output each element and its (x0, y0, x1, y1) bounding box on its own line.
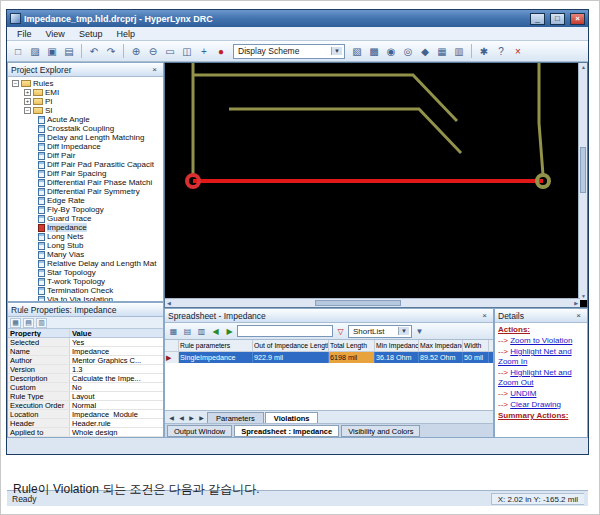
tree-item-rules-root[interactable]: −Rules (9, 79, 162, 88)
dim-icon[interactable]: ◎ (400, 43, 416, 59)
close-icon[interactable]: × (479, 310, 490, 321)
back-icon[interactable]: ◀ (209, 325, 222, 338)
open-icon[interactable]: ▨ (27, 43, 43, 59)
maximize-button[interactable]: □ (550, 13, 565, 25)
tree-item-rule[interactable]: Edge Rate (9, 196, 162, 205)
property-row[interactable]: Version1.3 (8, 365, 163, 374)
tree-item-rule[interactable]: Many Vias (9, 250, 162, 259)
tree-item-rule[interactable]: Relative Delay and Length Mat (9, 259, 162, 268)
expander-icon[interactable]: − (24, 107, 31, 114)
scroll-thumb[interactable] (580, 147, 586, 193)
property-row[interactable]: Rule TypeLayout (8, 392, 163, 401)
tree-item-si[interactable]: −SI (9, 106, 162, 115)
zoom-window-icon[interactable]: ▭ (162, 43, 178, 59)
tree-item-rule[interactable]: Crosstalk Coupling (9, 124, 162, 133)
tree-item-rule[interactable]: Delay and Length Matching (9, 133, 162, 142)
action-link[interactable]: Zoom to Violation (510, 336, 572, 345)
property-row[interactable]: Applied toWhole design (8, 428, 163, 437)
expander-icon[interactable]: + (24, 89, 31, 96)
action-highlight-zoom-in[interactable]: --> Highlight Net and Zoom In (498, 347, 584, 367)
highlight-icon[interactable]: ◉ (383, 43, 399, 59)
action-link[interactable]: Highlight Net and Zoom Out (498, 368, 572, 387)
tree-item-impedance[interactable]: Impedance (9, 223, 162, 232)
property-row[interactable]: SelectedYes (8, 338, 163, 347)
shortlist-select[interactable]: ShortList ▼ (348, 325, 412, 338)
export-icon[interactable]: ▥ (195, 325, 208, 338)
filter-icon[interactable]: ▽ (334, 325, 347, 338)
layers-icon[interactable]: ▧ (349, 43, 365, 59)
tab-parameters[interactable]: Parameters (207, 412, 264, 423)
redo-icon[interactable]: ↷ (103, 43, 119, 59)
violation-row[interactable]: ▶ SingleImpedance 922.9 mil 6198 mil 36.… (165, 352, 493, 363)
print-icon[interactable]: ▤ (61, 43, 77, 59)
last-record-icon[interactable]: ▶ (197, 414, 206, 421)
save-icon[interactable]: ▣ (44, 43, 60, 59)
tree-item-rule[interactable]: Guard Trace (9, 214, 162, 223)
new-icon[interactable]: □ (10, 43, 26, 59)
undo-icon[interactable]: ↶ (86, 43, 102, 59)
prev-record-icon[interactable]: ◀ (177, 414, 186, 421)
settings-icon[interactable]: ▼ (413, 325, 426, 338)
property-row[interactable]: AuthorMentor Graphics C... (8, 356, 163, 365)
property-row[interactable]: NameImpedance (8, 347, 163, 356)
action-zoom-to-violation[interactable]: --> Zoom to Violation (498, 336, 584, 346)
zoom-in-icon[interactable]: ⊕ (128, 43, 144, 59)
pcb-canvas[interactable] (165, 63, 580, 300)
tree-item-rule[interactable]: Long Nets (9, 232, 162, 241)
tree-item-rule[interactable]: Fly-By Topology (9, 205, 162, 214)
column-header[interactable]: Rule parameters (179, 340, 253, 351)
column-header[interactable]: Out of Impedance Length (253, 340, 329, 351)
column-header[interactable]: Max Impedance (419, 340, 463, 351)
tree-item-rule[interactable]: Diff Impedance (9, 142, 162, 151)
horizontal-scrollbar[interactable]: ◀ ▶ (165, 298, 580, 307)
menu-file[interactable]: File (10, 29, 39, 39)
column-header[interactable]: Width (463, 340, 489, 351)
tree-item-rule[interactable]: Via to Via Isolation (9, 295, 162, 302)
tab-visibility-and-colors[interactable]: Visibility and Colors (341, 425, 420, 437)
first-record-icon[interactable]: ◀ (167, 414, 176, 421)
menu-help[interactable]: Help (109, 29, 142, 39)
action-link[interactable]: UNDIM (510, 389, 536, 398)
action-link[interactable]: Clear Drawing (510, 400, 561, 409)
next-record-icon[interactable]: ▶ (187, 414, 196, 421)
net-icon[interactable]: ◆ (417, 43, 433, 59)
tree-item-rule[interactable]: Differential Pair Phase Matchi (9, 178, 162, 187)
vertical-scrollbar[interactable]: ▲ ▼ (578, 63, 587, 300)
expander-icon[interactable]: + (24, 98, 31, 105)
action-link[interactable]: Highlight Net and Zoom In (498, 347, 572, 366)
scroll-left-icon[interactable]: ◀ (167, 300, 171, 306)
sheet-icon[interactable]: ▦ (167, 325, 180, 338)
scroll-down-icon[interactable]: ▼ (581, 293, 586, 299)
property-row[interactable]: Execution OrderNormal (8, 401, 163, 410)
categorized-icon[interactable]: ▦ (10, 318, 21, 328)
close-icon[interactable]: × (573, 310, 584, 321)
property-row[interactable]: LocationImpedance_Module (8, 410, 163, 419)
pages-icon[interactable]: ▥ (36, 318, 47, 328)
property-row[interactable]: HeaderHeader.rule (8, 419, 163, 428)
tab-spreadsheet-impedance[interactable]: Spreadsheet : Impedance (234, 425, 339, 437)
tree-item-pi[interactable]: +PI (9, 97, 162, 106)
report-icon[interactable]: ▥ (451, 43, 467, 59)
action-highlight-zoom-out[interactable]: --> Highlight Net and Zoom Out (498, 368, 584, 388)
scroll-thumb[interactable] (315, 300, 401, 306)
print-icon[interactable]: ▤ (181, 325, 194, 338)
pan-icon[interactable]: + (196, 43, 212, 59)
property-row[interactable]: DescriptionCalculate the Impe... (8, 374, 163, 383)
run-drc-icon[interactable]: ● (213, 43, 229, 59)
tree-item-rule[interactable]: Diff Pair Spacing (9, 169, 162, 178)
tree-item-rule[interactable]: Diff Pair Pad Parasitic Capacit (9, 160, 162, 169)
close-icon[interactable]: × (149, 64, 160, 75)
menu-view[interactable]: View (39, 29, 72, 39)
action-undim[interactable]: --> UNDIM (498, 389, 584, 399)
column-header[interactable]: Min Impedance (375, 340, 419, 351)
scroll-up-icon[interactable]: ▲ (581, 64, 586, 70)
settings-icon[interactable]: ✱ (476, 43, 492, 59)
tree-item-rule[interactable]: Termination Check (9, 286, 162, 295)
tab-violations[interactable]: Violations (265, 412, 319, 423)
filter-input[interactable] (237, 325, 333, 337)
action-clear-drawing[interactable]: --> Clear Drawing (498, 400, 584, 410)
stop-icon[interactable]: × (510, 43, 526, 59)
forward-icon[interactable]: ▶ (223, 325, 236, 338)
camera-icon[interactable]: ▦ (434, 43, 450, 59)
display-scheme-select[interactable]: Display Scheme ▼ (233, 44, 345, 59)
